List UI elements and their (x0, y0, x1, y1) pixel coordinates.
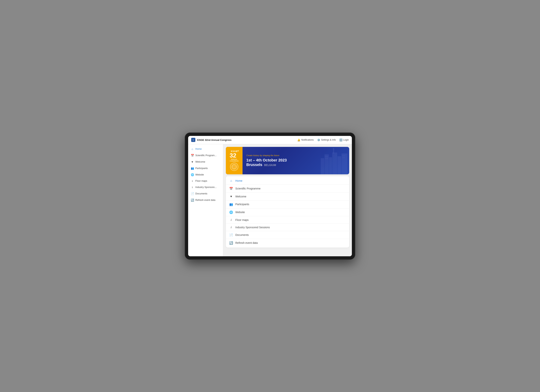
svg-rect-10 (333, 149, 334, 153)
menu-home-icon: ⌂ (229, 179, 233, 182)
menu-globe-icon: 🌐 (229, 211, 233, 214)
emblem-svg (231, 164, 237, 169)
hero-banner-card: ESGE 32 nd ANNUAL CONGRESS (226, 147, 349, 174)
menu-item-label: Documents (235, 233, 249, 236)
hero-badge-line2: CONGRESS (230, 160, 239, 162)
sidebar-item-label: Documents (195, 192, 207, 195)
settings-button[interactable]: ⚙️ Settings & Info (317, 138, 336, 141)
tablet-frame: E ESGE 32nd Annual Congress 🔔 Notificati… (185, 132, 355, 260)
menu-item-website[interactable]: 🌐 Website (226, 208, 349, 216)
menu-item-floor-maps[interactable]: i Floor maps (226, 216, 349, 224)
sidebar-item-documents[interactable]: 📄 Documents (188, 191, 223, 197)
login-button[interactable]: ➡️ Login (339, 138, 349, 141)
hero-city: Brussels (246, 163, 262, 167)
calendar-icon: 📅 (191, 154, 194, 157)
sidebar-item-label: Refresh event data (195, 199, 215, 201)
login-icon: ➡️ (339, 138, 342, 141)
menu-item-home[interactable]: ⌂ Home (226, 177, 349, 185)
sidebar-item-label: Scientific Program... (195, 154, 217, 157)
hero-badge-superscript: nd (237, 150, 239, 152)
menu-item-refresh[interactable]: 🔄 Refresh event data (226, 239, 349, 247)
svg-rect-8 (337, 156, 341, 174)
menu-document-icon: 📄 (229, 233, 233, 237)
menu-item-label: Welcome (235, 195, 246, 198)
menu-list: ⌂ Home 📅 Scientific Programme ♥ Welcome (226, 176, 349, 248)
home-icon: ⌂ (191, 147, 194, 151)
svg-rect-16 (343, 155, 343, 156)
menu-card: ⌂ Home 📅 Scientific Programme ♥ Welcome (226, 176, 349, 248)
svg-rect-17 (344, 155, 345, 156)
hero-badge-number: 32 (230, 152, 236, 158)
sidebar-item-welcome[interactable]: ♥ Welcome (188, 159, 223, 165)
hero-country: BELGIUM (264, 164, 276, 167)
menu-item-label: Participants (235, 203, 249, 206)
app-logo: E (191, 138, 195, 142)
top-bar: E ESGE 32nd Annual Congress 🔔 Notificati… (188, 136, 352, 144)
svg-rect-4 (321, 158, 324, 174)
menu-heart-icon: ♥ (229, 195, 233, 198)
notifications-button[interactable]: 🔔 Notifications (297, 138, 314, 141)
svg-rect-6 (329, 157, 332, 174)
globe-icon: 🌐 (191, 173, 194, 176)
svg-rect-19 (344, 157, 345, 158)
menu-info-icon-2: i (229, 226, 233, 229)
top-bar-actions: 🔔 Notifications ⚙️ Settings & Info ➡️ Lo… (297, 138, 349, 141)
svg-rect-15 (327, 158, 328, 159)
menu-item-label: Scientific Programme (235, 187, 260, 190)
menu-item-participants[interactable]: 👥 Participants (226, 201, 349, 208)
menu-calendar-icon: 📅 (229, 187, 233, 191)
sidebar-item-label: Website (195, 173, 204, 176)
sidebar-item-website[interactable]: 🌐 Website (188, 172, 223, 178)
people-icon: 👥 (191, 167, 194, 170)
sidebar-item-participants[interactable]: 👥 Participants (188, 165, 223, 172)
sidebar-item-label: Welcome (195, 161, 205, 163)
hero-badge-emblem (230, 163, 238, 171)
sidebar: ⌂ Home 📅 Scientific Program... ♥ Welcome… (188, 144, 223, 256)
menu-item-scientific[interactable]: 📅 Scientific Programme (226, 185, 349, 193)
menu-people-icon: 👥 (229, 202, 233, 206)
hero-badge-line1: ANNUAL (231, 158, 238, 160)
buildings-decoration (319, 147, 349, 174)
sidebar-item-label: Home (195, 148, 202, 150)
page-area: ESGE 32 nd ANNUAL CONGRESS (223, 144, 352, 256)
menu-info-icon: i (229, 218, 233, 221)
menu-item-welcome[interactable]: ♥ Welcome (226, 193, 349, 201)
info-icon-2: i (191, 186, 194, 189)
svg-rect-9 (342, 153, 347, 174)
menu-item-industry[interactable]: i Industry Sponsored Sessions (226, 224, 349, 231)
gear-icon: ⚙️ (317, 138, 320, 141)
svg-rect-7 (332, 152, 337, 174)
menu-item-label: Home (235, 179, 242, 182)
svg-rect-18 (343, 157, 343, 158)
sidebar-item-floor-maps[interactable]: i Floor maps (188, 178, 223, 184)
menu-item-label: Refresh event data (235, 241, 258, 244)
document-icon: 📄 (191, 192, 194, 195)
menu-refresh-icon: 🔄 (229, 241, 233, 245)
menu-item-documents[interactable]: 📄 Documents (226, 231, 349, 239)
app-title: ESGE 32nd Annual Congress (197, 138, 297, 141)
sidebar-item-scientific[interactable]: 📅 Scientific Program... (188, 152, 223, 159)
sidebar-item-label: Floor maps (195, 180, 207, 182)
svg-rect-14 (325, 158, 326, 159)
svg-rect-12 (325, 156, 326, 157)
main-content: ⌂ Home 📅 Scientific Program... ♥ Welcome… (188, 144, 352, 256)
sidebar-item-industry[interactable]: i Industry Sponsore... (188, 184, 223, 191)
sidebar-item-home[interactable]: ⌂ Home (188, 146, 223, 152)
hero-badge: ESGE 32 nd ANNUAL CONGRESS (226, 147, 243, 174)
bell-icon: 🔔 (297, 138, 300, 141)
sidebar-item-refresh[interactable]: 🔄 Refresh event data (188, 197, 223, 203)
sidebar-item-label: Industry Sponsore... (195, 186, 217, 189)
tablet-screen: E ESGE 32nd Annual Congress 🔔 Notificati… (188, 136, 352, 256)
svg-rect-13 (327, 156, 328, 157)
info-icon: i (191, 180, 194, 182)
hero-banner: ESGE 32 nd ANNUAL CONGRESS (226, 147, 349, 174)
menu-item-label: Website (235, 211, 245, 214)
menu-item-label: Industry Sponsored Sessions (235, 226, 270, 229)
menu-item-label: Floor maps (235, 218, 249, 221)
svg-rect-5 (325, 154, 329, 174)
heart-icon: ♥ (191, 160, 194, 163)
refresh-icon: 🔄 (191, 199, 194, 201)
sidebar-item-label: Participants (195, 167, 208, 170)
svg-marker-11 (333, 148, 335, 149)
